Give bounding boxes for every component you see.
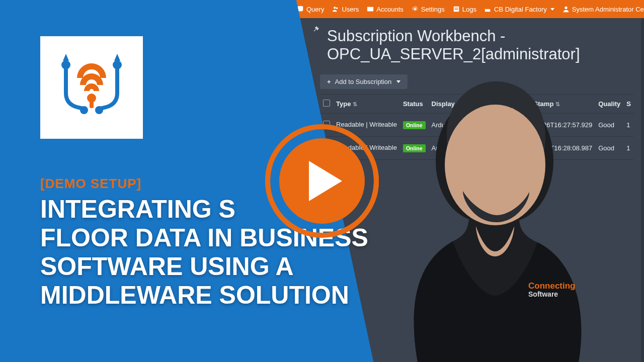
button-label: Add to Subscription (335, 78, 392, 85)
nav-label: Accounts (376, 6, 403, 13)
status-badge: Online (403, 144, 426, 152)
factory-icon (485, 6, 492, 13)
nav-users[interactable]: Users (332, 6, 359, 13)
chevron-down-icon (550, 8, 554, 11)
svg-rect-6 (454, 8, 458, 8)
toolbar: + Add to Subscription (292, 74, 644, 89)
svg-point-1 (334, 7, 336, 9)
add-to-subscription-button[interactable]: + Add to Subscription (320, 74, 408, 89)
col-quality[interactable]: Quality (595, 95, 623, 114)
cell-timestamp: 2021-03-26T16:28:08.987 (514, 137, 595, 160)
id-card-icon (367, 6, 374, 13)
cell-display: Ardu… iomet… (429, 137, 479, 160)
nav-label: System Administrator Center (572, 6, 644, 13)
cell-timestamp: 2021-03-26T16:27:57.929 (514, 114, 595, 137)
play-icon (279, 138, 365, 224)
col-timestamp[interactable]: Time Stamp⇅ (514, 95, 595, 114)
svg-point-10 (61, 60, 70, 69)
nav-logs[interactable]: Logs (453, 6, 476, 13)
top-navbar: Query Users Accounts Settings (292, 0, 644, 18)
nav-label: Logs (462, 6, 476, 13)
col-type[interactable]: Type⇅ (333, 95, 400, 114)
overlay-tag: [DEMO SETUP] (40, 176, 141, 192)
iot-robot-icon (54, 50, 129, 125)
cell-extra: 1 (623, 137, 634, 160)
scrollbar[interactable] (641, 18, 644, 362)
svg-point-8 (565, 7, 567, 9)
svg-point-13 (95, 106, 103, 114)
user-icon (562, 6, 570, 13)
col-status[interactable]: Status (400, 95, 429, 114)
pin-icon[interactable] (311, 24, 321, 34)
cell-extra: 1 (623, 114, 634, 137)
col-display[interactable]: Display⇅ (429, 95, 479, 114)
svg-point-2 (336, 8, 338, 10)
svg-rect-7 (454, 9, 458, 10)
chevron-down-icon (396, 80, 400, 83)
cell-display: Ardu… ratur… (429, 114, 479, 137)
nav-query[interactable]: Query (297, 6, 324, 13)
plus-icon: + (327, 78, 331, 85)
nav-settings[interactable]: Settings (412, 6, 445, 13)
table-header-row: Type⇅ Status Display⇅ Time Stamp⇅ Qualit… (320, 95, 634, 114)
play-button[interactable] (264, 123, 380, 239)
svg-point-11 (113, 60, 122, 69)
shirt-logo: Connecting Software (528, 282, 576, 298)
logo-card (40, 36, 143, 139)
nav-accounts[interactable]: Accounts (367, 6, 403, 13)
svg-rect-15 (90, 101, 94, 108)
nav-label: CB Digital Factory (494, 6, 547, 13)
svg-point-12 (80, 106, 88, 114)
page-title: Subscription Workbench - OPC_UA_SERVER_2… (292, 18, 644, 74)
nav-label: Query (306, 6, 324, 13)
cell-quality: Good (595, 114, 623, 137)
nav-cb-digital-factory[interactable]: CB Digital Factory (485, 6, 554, 13)
select-all-checkbox[interactable] (323, 100, 330, 107)
nav-label: Settings (421, 6, 445, 13)
svg-rect-3 (367, 7, 373, 12)
status-badge: Online (403, 121, 426, 129)
gear-icon (412, 6, 419, 13)
users-icon (332, 6, 339, 13)
col-extra[interactable]: S (623, 95, 634, 114)
video-thumbnail: Query Users Accounts Settings (0, 0, 644, 362)
logs-icon (453, 6, 460, 13)
nav-label: Users (342, 6, 359, 13)
nav-system-admin-center[interactable]: System Administrator Center (562, 6, 644, 13)
cell-quality: Good (595, 137, 623, 160)
